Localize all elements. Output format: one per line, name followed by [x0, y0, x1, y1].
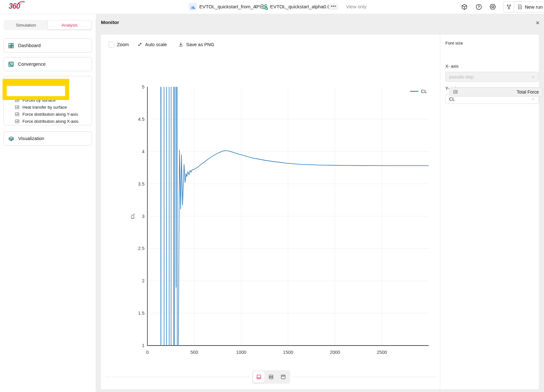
model-cube-button[interactable] — [460, 3, 468, 11]
panel-title: Monitor — [101, 20, 119, 25]
plot-item-icon — [15, 112, 20, 117]
chevron-down-icon — [531, 97, 535, 101]
legend-label[interactable]: CL — [421, 89, 427, 94]
y-axis-select-value: CL — [449, 96, 455, 102]
y-tick-label: 1 — [142, 343, 144, 348]
breadcrumb-run[interactable]: EVTOL_quickstart_alpha0.0 d... — [270, 4, 338, 9]
autoscale-label: Auto scale — [145, 42, 167, 47]
y-tick-label: 4.5 — [138, 117, 144, 122]
total-force-chart[interactable]: 11.522.533.544.5505001000150020002500CLC… — [128, 79, 437, 358]
y-tick-label: 3 — [142, 214, 144, 219]
y-tick-label: 4 — [142, 149, 144, 154]
fork-case-button[interactable] — [504, 2, 514, 12]
x-axis-select[interactable]: pseudo step — [445, 72, 539, 82]
breadcrumb-separator: / — [255, 4, 256, 9]
x-tick-label: 500 — [190, 350, 198, 355]
zoom-checkbox[interactable] — [109, 42, 114, 47]
visualization-label: Visualization — [18, 136, 44, 141]
mode-tabs: Simulation Analysis — [4, 20, 92, 30]
divider-dashed — [106, 377, 249, 377]
breadcrumb-more-button[interactable]: ••• — [329, 4, 338, 10]
layout-split-button[interactable] — [265, 371, 277, 383]
layout-bottom-panel-button[interactable] — [253, 371, 265, 383]
branch-fork-icon — [506, 4, 512, 10]
document-icon — [517, 4, 523, 10]
tab-simulation[interactable]: Simulation — [4, 21, 48, 29]
visualization-icon — [8, 136, 14, 142]
sidebar-item-visualization[interactable]: Visualization — [4, 131, 92, 146]
x-tick-label: 2500 — [377, 350, 387, 355]
plot-item-icon — [453, 89, 458, 94]
tab-analysis[interactable]: Analysis — [48, 21, 91, 29]
x-tick-label: 1000 — [236, 350, 246, 355]
close-icon[interactable]: × — [536, 19, 540, 27]
convergence-icon — [8, 61, 14, 67]
x-axis-select-value: pseudo step — [449, 74, 474, 79]
question-circle-icon: ? — [475, 4, 482, 10]
series-line-CL — [157, 79, 429, 358]
item-label: Force distribution along X-axis — [22, 119, 78, 124]
convergence-label: Convergence — [18, 62, 45, 67]
left-sidebar: Simulation Analysis Dashboard Convergenc… — [0, 14, 96, 392]
download-icon — [178, 42, 184, 47]
y-tick-label: 5 — [142, 84, 144, 89]
new-run-button[interactable]: New run — [514, 4, 544, 10]
layout-toggle-group — [252, 370, 290, 384]
dashboard-label: Dashboard — [18, 43, 41, 48]
run-waves-icon — [260, 3, 268, 11]
run-actions-group: New run — [503, 1, 544, 13]
cube-icon — [461, 4, 468, 10]
breadcrumb-project[interactable]: EVTOL_quickstart_from_API — [199, 4, 261, 9]
project-icon-chip — [189, 3, 197, 11]
x-tick-label: 1500 — [283, 350, 293, 355]
save-png-button[interactable]: Save as PNG — [178, 42, 214, 47]
gear-icon — [489, 3, 496, 10]
y-tick-label: 2 — [142, 278, 144, 283]
top-bar: 360 EVTOL_quickstart_from_API / EVTOL_qu… — [0, 0, 544, 14]
sidebar-item-force-dist-y[interactable]: Force distribution along Y-axis — [4, 111, 89, 118]
x-tick-label: 0 — [146, 350, 149, 355]
plot-item-icon — [15, 119, 20, 124]
sidebar-item-heat-transfer[interactable]: Heat transfer by surface — [4, 104, 89, 111]
font-size-label: Font size — [445, 41, 463, 46]
highlight-annotation — [3, 79, 69, 100]
sidebar-item-dashboard[interactable]: Dashboard — [4, 38, 92, 53]
item-label: Heat transfer by surface — [22, 105, 67, 110]
x-axis-select-label: X- axis — [445, 64, 458, 69]
layout-bottom-icon — [256, 374, 262, 380]
dashboard-icon — [8, 43, 14, 49]
chevron-down-icon — [531, 75, 535, 79]
zoom-label: Zoom — [117, 42, 129, 47]
y-tick-label: 2.5 — [138, 246, 144, 251]
view-only-label: View only — [346, 4, 367, 9]
layout-split-icon — [268, 374, 274, 380]
item-label: Total Force — [517, 89, 539, 95]
sidebar-item-total-force[interactable]: Total Force — [449, 87, 543, 96]
layout-top-icon — [280, 374, 286, 380]
help-button[interactable]: ? — [475, 3, 482, 11]
svg-text:?: ? — [478, 5, 480, 9]
airplane-departure-icon — [190, 4, 195, 9]
flow360-logo[interactable]: 360 — [9, 2, 20, 11]
sidebar-item-convergence[interactable]: Convergence — [4, 57, 92, 71]
plot-item-icon — [15, 105, 20, 110]
y-axis-title: CL — [130, 213, 135, 219]
y-tick-label: 1.5 — [138, 311, 144, 316]
divider-dashed — [292, 377, 436, 377]
new-run-label: New run — [525, 4, 543, 10]
zoom-toggle: Zoom — [109, 42, 129, 47]
x-tick-label: 2000 — [330, 350, 340, 355]
autoscale-expand-icon — [137, 42, 143, 47]
panel-divider — [440, 35, 440, 389]
item-label: Force distribution along Y-axis — [22, 112, 78, 117]
settings-button[interactable] — [489, 3, 497, 11]
save-png-label: Save as PNG — [186, 42, 214, 47]
layout-top-panel-button[interactable] — [277, 371, 289, 383]
autoscale-button[interactable]: Auto scale — [137, 42, 167, 47]
logo-swoosh-icon — [17, 1, 25, 5]
y-tick-label: 3.5 — [138, 181, 144, 187]
sidebar-item-force-dist-x[interactable]: Force distribution along X-axis — [4, 118, 89, 125]
